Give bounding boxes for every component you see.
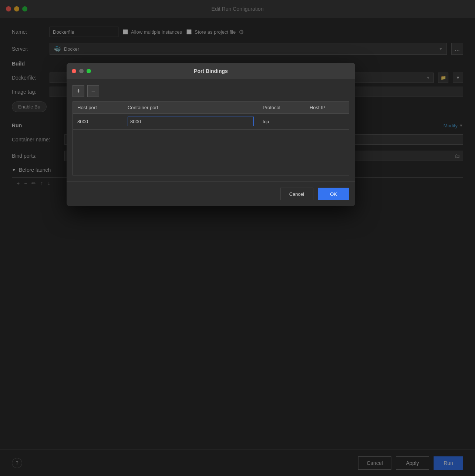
dialog-close-button[interactable] <box>72 69 76 73</box>
col-host-ip: Host IP <box>305 102 349 114</box>
cell-host-port: 8000 <box>73 114 123 130</box>
dialog-title-bar: Port Bindings <box>67 63 355 79</box>
port-bindings-table-body: 8000 tcp <box>73 114 349 130</box>
dialog-buttons: Cancel OK <box>67 181 355 206</box>
dialog-window-controls <box>72 69 91 73</box>
pb-add-button[interactable]: + <box>73 85 84 97</box>
table-row: 8000 tcp <box>73 114 349 130</box>
dialog-ok-button[interactable]: OK <box>318 188 349 200</box>
cell-container-port[interactable] <box>123 114 258 130</box>
dialog-minimize-button <box>79 69 84 73</box>
port-bindings-dialog: Port Bindings + − Host port Container po… <box>67 63 355 206</box>
dialog-content: + − Host port Container port Protocol Ho… <box>67 79 355 181</box>
table-header-row: Host port Container port Protocol Host I… <box>73 102 349 114</box>
col-container-port: Container port <box>123 102 258 114</box>
dialog-maximize-button[interactable] <box>87 69 91 73</box>
col-host-port: Host port <box>73 102 123 114</box>
port-bindings-table-head: Host port Container port Protocol Host I… <box>73 102 349 114</box>
cell-protocol: tcp <box>258 114 305 130</box>
port-bindings-table-container: Host port Container port Protocol Host I… <box>73 101 349 175</box>
dialog-cancel-button[interactable]: Cancel <box>280 188 313 200</box>
port-bindings-table: Host port Container port Protocol Host I… <box>73 102 349 130</box>
container-port-input[interactable] <box>128 117 254 126</box>
pb-remove-button[interactable]: − <box>87 85 99 97</box>
dialog-title: Port Bindings <box>194 68 228 74</box>
cell-host-ip <box>305 114 349 130</box>
col-protocol: Protocol <box>258 102 305 114</box>
port-bindings-toolbar: + − <box>73 85 349 97</box>
